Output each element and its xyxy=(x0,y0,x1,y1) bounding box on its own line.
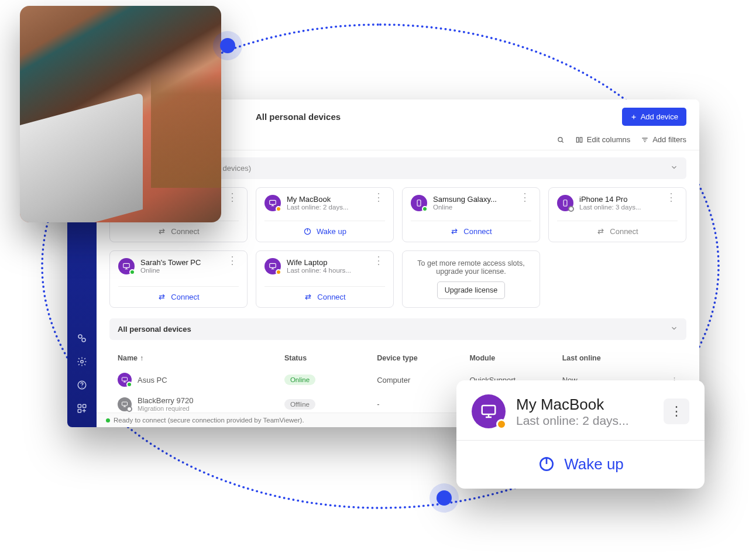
device-popover: My MacBook Last online: 2 days... ⋮ Wake… xyxy=(456,380,705,489)
action-label: Connect xyxy=(171,227,199,236)
device-card[interactable]: My MacBook Last online: 2 days... ⋮ Wake… xyxy=(256,187,394,242)
edit-columns-button[interactable]: Edit columns xyxy=(575,135,630,144)
connect-button[interactable]: Connect xyxy=(411,221,531,242)
device-icon xyxy=(557,195,573,211)
swap-icon xyxy=(157,293,166,301)
status-dot xyxy=(422,206,428,212)
row-name: Asus PC xyxy=(138,376,167,384)
search-button[interactable] xyxy=(556,136,565,144)
col-name[interactable]: Name↑ xyxy=(118,354,284,362)
col-type[interactable]: Device type xyxy=(377,354,469,362)
row-type: Computer xyxy=(377,376,469,384)
col-module[interactable]: Module xyxy=(469,354,562,362)
add-filters-button[interactable]: Add filters xyxy=(641,135,686,144)
decor-dot-bottom xyxy=(437,490,452,506)
section-all-devices[interactable]: All personal devices xyxy=(109,318,686,340)
row-name: BlackBerry 9720 xyxy=(138,396,193,405)
status-dot xyxy=(129,269,135,275)
table-header: Name↑ Status Device type Module Last onl… xyxy=(109,348,686,368)
device-icon xyxy=(118,373,132,387)
device-icon xyxy=(264,258,281,274)
action-label: Connect xyxy=(610,227,638,236)
action-label: Connect xyxy=(463,227,492,236)
connect-button[interactable]: Connect xyxy=(557,221,678,242)
status-dot xyxy=(568,206,574,212)
status-dot xyxy=(276,269,281,275)
power-icon xyxy=(303,227,312,236)
popover-menu-button[interactable]: ⋮ xyxy=(664,398,689,424)
connect-button[interactable]: Connect xyxy=(264,286,385,307)
device-icon xyxy=(118,397,132,411)
card-menu-button[interactable]: ⋮ xyxy=(372,195,385,200)
sidebar-link-icon[interactable] xyxy=(73,329,91,348)
device-icon xyxy=(118,258,135,274)
status-dot xyxy=(126,382,132,387)
col-status[interactable]: Status xyxy=(284,354,377,362)
device-name: iPhone 14 Pro xyxy=(579,195,659,204)
edit-columns-label: Edit columns xyxy=(587,135,630,144)
upgrade-license-button[interactable]: Upgrade license xyxy=(437,281,505,299)
connect-button[interactable]: Connect xyxy=(118,221,239,242)
device-subtitle: Last online: 4 hours... xyxy=(287,267,366,274)
section-all-title: All personal devices xyxy=(118,325,191,334)
sidebar-settings-icon[interactable] xyxy=(73,352,91,371)
device-icon xyxy=(264,195,281,211)
power-icon xyxy=(537,455,556,473)
device-subtitle: Last online: 3 days... xyxy=(579,204,659,211)
columns-icon xyxy=(575,136,583,144)
wake-up-label: Wake up xyxy=(564,455,624,473)
card-menu-button[interactable]: ⋮ xyxy=(226,195,239,200)
device-name: Samsung Galaxy... xyxy=(433,195,513,204)
device-icon xyxy=(472,394,506,428)
swap-icon xyxy=(157,227,166,236)
swap-icon xyxy=(596,227,605,236)
status-dot xyxy=(126,406,132,412)
wake up-button[interactable]: Wake up xyxy=(264,221,385,242)
status-text: Ready to connect (secure connection prov… xyxy=(114,417,304,424)
device-name: Sarah's Tower PC xyxy=(140,258,220,267)
sidebar-apps-icon[interactable] xyxy=(73,399,91,418)
wake-up-button[interactable]: Wake up xyxy=(472,452,689,477)
device-card[interactable]: Wife Laptop Last online: 4 hours... ⋮ Co… xyxy=(256,250,394,308)
device-card[interactable]: iPhone 14 Pro Last online: 3 days... ⋮ C… xyxy=(548,187,686,242)
action-label: Wake up xyxy=(317,227,346,236)
row-subtitle: Migration required xyxy=(138,405,193,412)
device-subtitle: Last online: 2 days... xyxy=(287,204,366,211)
plus-icon xyxy=(630,114,637,121)
upgrade-text: To get more remote access slots, upgrade… xyxy=(411,259,531,276)
device-name: My MacBook xyxy=(287,195,366,204)
action-label: Connect xyxy=(317,293,345,301)
decor-dot-top xyxy=(220,38,235,53)
add-filters-label: Add filters xyxy=(652,135,686,144)
page-title: All personal devices xyxy=(256,112,341,122)
chevron-down-icon xyxy=(670,324,678,334)
status-badge: Offline xyxy=(284,399,315,410)
search-icon xyxy=(556,136,565,144)
sidebar-help-icon[interactable] xyxy=(73,376,91,394)
hero-photo xyxy=(20,6,221,222)
device-subtitle: Online xyxy=(433,204,513,211)
swap-icon xyxy=(450,227,459,236)
card-menu-button[interactable]: ⋮ xyxy=(665,195,678,200)
card-menu-button[interactable]: ⋮ xyxy=(518,195,531,200)
filter-icon xyxy=(641,136,649,144)
add-device-label: Add device xyxy=(641,112,678,121)
row-type: - xyxy=(377,400,469,408)
add-device-button[interactable]: Add device xyxy=(622,108,686,126)
col-last[interactable]: Last online xyxy=(562,354,655,362)
device-card[interactable]: Samsung Galaxy... Online ⋮ Connect xyxy=(402,187,540,242)
swap-icon xyxy=(304,293,312,301)
popover-subtitle: Last online: 2 days... xyxy=(516,414,653,428)
card-menu-button[interactable]: ⋮ xyxy=(372,258,385,263)
device-subtitle: Online xyxy=(140,267,220,274)
device-name: Wife Laptop xyxy=(287,258,366,267)
status-badge: Online xyxy=(284,375,315,385)
status-dot xyxy=(276,206,281,212)
device-card[interactable]: Sarah's Tower PC Online ⋮ Connect xyxy=(109,250,248,308)
action-label: Connect xyxy=(171,293,199,301)
card-menu-button[interactable]: ⋮ xyxy=(226,258,239,263)
upgrade-card: To get more remote access slots, upgrade… xyxy=(402,250,540,308)
connect-button[interactable]: Connect xyxy=(118,286,239,307)
status-dot-offline xyxy=(496,419,507,430)
chevron-down-icon xyxy=(670,163,678,173)
